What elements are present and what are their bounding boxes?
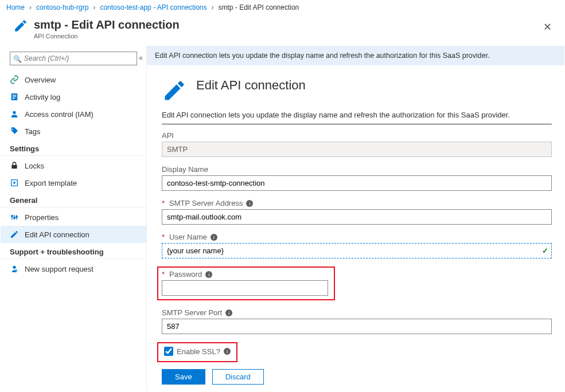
api-field — [162, 142, 552, 157]
info-icon[interactable]: i — [205, 271, 212, 278]
breadcrumb-app[interactable]: contoso-test-app - API connections — [100, 3, 206, 11]
breadcrumb: Home › contoso-hub-rgrp › contoso-test-a… — [1, 1, 564, 16]
collapse-sidebar-button[interactable]: « — [139, 54, 143, 62]
sidebar-item-new-support-request[interactable]: New support request — [1, 260, 146, 277]
sidebar: 🔍 « Overview Activity log Ac — [1, 46, 147, 391]
sidebar-item-label: Edit API connection — [25, 230, 89, 239]
sidebar-section-general: General — [1, 191, 146, 207]
form-heading: Edit API connection — [196, 78, 306, 93]
info-icon[interactable]: i — [225, 309, 232, 316]
pencil-icon — [162, 78, 187, 105]
ssl-highlight: Enable SSL? i — [157, 342, 237, 362]
sidebar-item-overview[interactable]: Overview — [1, 71, 146, 88]
sidebar-item-label: Tags — [25, 127, 40, 136]
pencil-icon — [13, 18, 28, 35]
username-label: *User Name i — [162, 233, 552, 241]
svg-point-4 — [13, 111, 15, 114]
log-icon — [10, 92, 19, 101]
lock-icon — [10, 161, 19, 170]
pencil-icon — [10, 230, 19, 239]
sidebar-item-locks[interactable]: Locks — [1, 157, 146, 174]
chevron-right-icon: › — [93, 3, 95, 11]
svg-rect-1 — [13, 95, 17, 96]
breadcrumb-home[interactable]: Home — [6, 3, 25, 11]
breadcrumb-resource-group[interactable]: contoso-hub-rgrp — [36, 3, 88, 11]
smtp-server-label: *SMTP Server Address i — [162, 199, 552, 207]
sidebar-item-export-template[interactable]: Export template — [1, 174, 146, 191]
search-input[interactable] — [10, 52, 137, 65]
page-subtitle: API Connection — [34, 33, 180, 40]
sidebar-item-tags[interactable]: Tags — [1, 123, 146, 140]
api-label: API — [162, 131, 552, 140]
svg-rect-6 — [11, 165, 17, 169]
username-field[interactable] — [162, 243, 552, 258]
info-icon[interactable]: i — [211, 234, 217, 241]
svg-point-12 — [14, 217, 15, 219]
sidebar-item-properties[interactable]: Properties — [1, 209, 146, 226]
info-banner: Edit API connection lets you update the … — [147, 46, 564, 65]
person-icon — [10, 109, 19, 119]
sidebar-item-label: New support request — [25, 265, 93, 273]
properties-icon — [10, 213, 19, 222]
svg-point-15 — [15, 269, 17, 272]
svg-point-5 — [12, 129, 13, 130]
support-icon — [10, 264, 19, 273]
page-title: smtp - Edit API connection — [34, 18, 180, 32]
svg-rect-3 — [13, 98, 15, 99]
svg-point-13 — [16, 216, 18, 218]
sidebar-item-label: Locks — [25, 162, 44, 170]
sidebar-item-label: Properties — [25, 213, 59, 222]
info-icon[interactable]: i — [246, 200, 253, 207]
smtp-server-field[interactable] — [162, 209, 552, 225]
smtp-port-field[interactable] — [162, 319, 552, 334]
enable-ssl-checkbox[interactable] — [164, 347, 173, 356]
display-name-field[interactable] — [162, 175, 552, 191]
smtp-port-label: SMTP Server Port i — [162, 308, 552, 317]
save-button[interactable]: Save — [162, 369, 205, 385]
sidebar-item-edit-api-connection[interactable]: Edit API connection — [1, 226, 146, 243]
display-name-label: Display Name — [162, 165, 552, 174]
checkmark-icon: ✓ — [542, 246, 548, 255]
svg-point-14 — [13, 266, 15, 269]
svg-rect-2 — [13, 96, 17, 97]
export-icon — [10, 178, 19, 187]
link-icon — [10, 75, 19, 84]
form-description: Edit API connection lets you update the … — [162, 111, 552, 124]
sidebar-item-label: Overview — [25, 76, 56, 84]
info-icon[interactable]: i — [224, 348, 231, 355]
sidebar-item-access-control[interactable]: Access control (IAM) — [1, 105, 146, 123]
discard-button[interactable]: Discard — [212, 369, 264, 385]
password-highlight: *Password i — [157, 266, 335, 300]
sidebar-section-settings: Settings — [1, 140, 146, 156]
tag-icon — [10, 127, 19, 136]
sidebar-item-label: Activity log — [25, 93, 60, 101]
sidebar-item-label: Access control (IAM) — [25, 110, 93, 119]
sidebar-item-activity-log[interactable]: Activity log — [1, 88, 146, 105]
enable-ssl-label: Enable SSL? — [177, 347, 220, 356]
search-icon: 🔍 — [13, 55, 22, 63]
svg-point-11 — [11, 215, 13, 217]
sidebar-section-support: Support + troubleshooting — [1, 243, 146, 259]
chevron-right-icon: › — [29, 3, 32, 11]
close-button[interactable]: ✕ — [539, 18, 556, 36]
chevron-right-icon: › — [212, 3, 214, 11]
divider — [162, 124, 552, 124]
password-label: *Password i — [162, 270, 330, 279]
sidebar-item-label: Export template — [25, 179, 77, 187]
breadcrumb-current: smtp - Edit API connection — [219, 3, 299, 11]
enable-ssl-row[interactable]: Enable SSL? i — [164, 347, 231, 356]
password-field[interactable] — [162, 280, 328, 296]
